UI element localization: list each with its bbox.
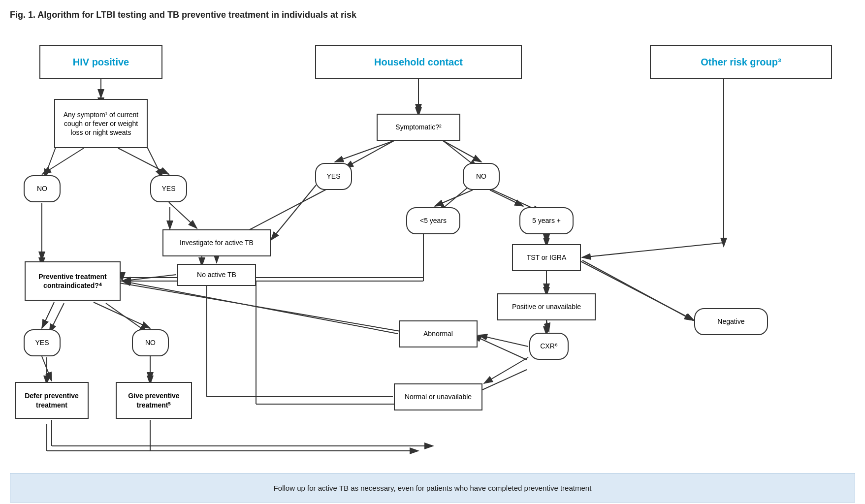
investigate-box: Investigate for active TB: [162, 229, 271, 256]
symptomatic-label: Symptomatic?²: [395, 123, 441, 131]
no1-box: NO: [24, 175, 61, 202]
plus5-box: 5 years +: [519, 207, 574, 234]
svg-line-25: [473, 335, 527, 360]
abnormal-label: Abnormal: [423, 329, 453, 338]
yes2-label: YES: [326, 172, 340, 181]
normal-unavail-box: Normal or unavailable: [394, 383, 482, 410]
svg-line-8: [106, 303, 148, 333]
yes1-box: YES: [150, 175, 187, 202]
svg-line-15: [345, 141, 394, 168]
negative-box: Negative: [694, 308, 768, 335]
any-symptom-label: Any symptom¹ of current cough or fever o…: [60, 110, 142, 137]
svg-line-43: [94, 302, 150, 328]
tst-igra-box: TST or IGRA: [512, 244, 581, 271]
plus5-label: 5 years +: [532, 216, 561, 225]
positive-unavail-label: Positive or unavailable: [512, 302, 581, 311]
defer-label: Defer preventive treatment: [21, 391, 83, 409]
give-label: Give preventive treatment⁵: [122, 391, 186, 409]
svg-line-50: [335, 141, 394, 162]
symptomatic-box: Symptomatic?²: [377, 114, 460, 141]
household-header-label: Household contact: [374, 56, 463, 68]
svg-line-54: [490, 190, 523, 206]
svg-line-60: [546, 320, 549, 332]
negative-label: Negative: [717, 317, 744, 326]
svg-line-51: [443, 141, 481, 162]
svg-line-40: [122, 275, 176, 281]
yes2-box: YES: [315, 163, 352, 190]
svg-line-36: [42, 148, 84, 174]
no-active-tb-label: No active TB: [197, 270, 236, 279]
followup-label: Follow up for active TB as necessary, ev…: [274, 484, 592, 492]
followup-bar: Follow up for active TB as necessary, ev…: [10, 473, 855, 503]
positive-unavail-box: Positive or unavailable: [497, 293, 596, 320]
preventive-contra-box: Preventive treatment contraindicated?⁴: [25, 261, 121, 301]
defer-box: Defer preventive treatment: [15, 382, 89, 419]
less5-label: <5 years: [420, 216, 447, 225]
svg-line-63: [122, 281, 398, 334]
diagram-container: HIV positive Household contact Other ris…: [10, 30, 855, 503]
no3-label: NO: [145, 338, 156, 347]
svg-line-53: [435, 190, 473, 206]
svg-line-27: [108, 281, 423, 335]
svg-line-37: [118, 148, 169, 174]
abnormal-box: Abnormal: [399, 320, 478, 347]
svg-line-61: [479, 335, 528, 346]
tst-igra-label: TST or IGRA: [527, 253, 567, 262]
no2-label: NO: [476, 172, 486, 181]
any-symptom-box: Any symptom¹ of current cough or fever o…: [54, 99, 148, 148]
yes3-box: YES: [24, 329, 61, 356]
no-active-tb-box: No active TB: [177, 264, 256, 286]
yes1-label: YES: [161, 184, 175, 193]
svg-line-52: [271, 185, 316, 240]
cxr-box: CXR⁶: [529, 333, 569, 360]
svg-line-7: [49, 303, 64, 333]
svg-line-69: [582, 260, 693, 320]
svg-line-44: [42, 356, 52, 381]
give-box: Give preventive treatment⁵: [116, 382, 192, 419]
other-header: Other risk group³: [650, 45, 832, 79]
svg-line-62: [484, 357, 528, 383]
preventive-contra-label: Preventive treatment contraindicated?⁴: [31, 272, 115, 290]
normal-unavail-label: Normal or unavailable: [405, 392, 472, 401]
no2-box: NO: [463, 163, 500, 190]
investigate-label: Investigate for active TB: [180, 238, 254, 247]
svg-line-38: [169, 202, 197, 228]
yes3-label: YES: [35, 338, 49, 347]
cxr-label: CXR⁶: [540, 342, 558, 350]
less5-box: <5 years: [406, 207, 460, 234]
household-header: Household contact: [315, 45, 522, 79]
hiv-header: HIV positive: [39, 45, 162, 79]
other-header-label: Other risk group³: [701, 56, 781, 68]
svg-line-42: [42, 302, 54, 328]
no1-label: NO: [37, 184, 47, 193]
no3-box: NO: [132, 329, 169, 356]
page-title: Fig. 1. Algorithm for LTBI testing and T…: [10, 10, 855, 20]
hiv-header-label: HIV positive: [73, 56, 129, 68]
svg-line-68: [582, 243, 724, 257]
